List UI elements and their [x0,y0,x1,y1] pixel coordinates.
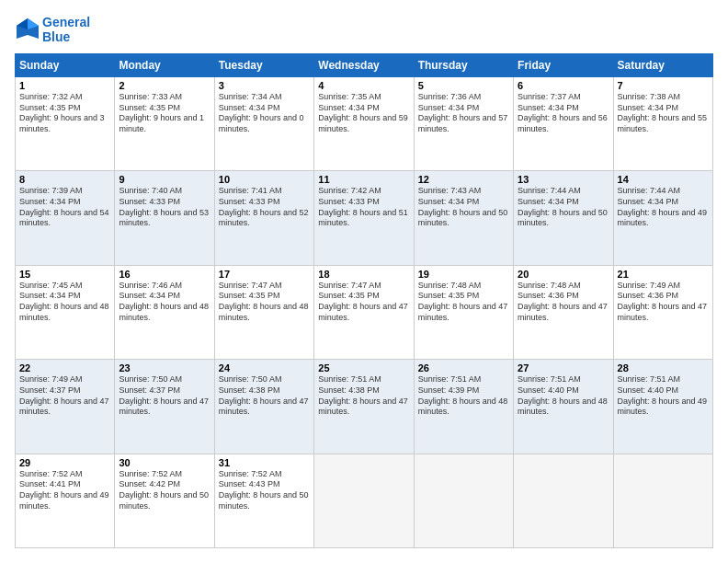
calendar-cell: 19Sunrise: 7:48 AMSunset: 4:35 PMDayligh… [414,265,513,359]
day-number: 21 [618,269,709,280]
day-number: 18 [318,269,409,280]
calendar-cell [613,454,712,547]
day-info: Sunrise: 7:45 AMSunset: 4:34 PMDaylight:… [19,281,110,324]
day-info: Sunrise: 7:48 AMSunset: 4:36 PMDaylight:… [518,281,609,324]
day-header-friday: Friday [514,54,613,77]
calendar-cell: 9Sunrise: 7:40 AMSunset: 4:33 PMDaylight… [115,171,214,265]
day-number: 4 [318,80,409,91]
day-header-monday: Monday [115,54,214,77]
week-row-1: 1Sunrise: 7:32 AMSunset: 4:35 PMDaylight… [16,77,713,171]
calendar-cell: 26Sunrise: 7:51 AMSunset: 4:39 PMDayligh… [414,360,513,454]
calendar-cell: 24Sunrise: 7:50 AMSunset: 4:38 PMDayligh… [214,360,313,454]
day-info: Sunrise: 7:37 AMSunset: 4:34 PMDaylight:… [518,92,609,135]
day-info: Sunrise: 7:47 AMSunset: 4:35 PMDaylight:… [318,281,409,324]
calendar-cell: 21Sunrise: 7:49 AMSunset: 4:36 PMDayligh… [613,265,712,359]
day-info: Sunrise: 7:33 AMSunset: 4:35 PMDaylight:… [119,92,210,135]
day-number: 17 [219,269,310,280]
day-info: Sunrise: 7:39 AMSunset: 4:34 PMDaylight:… [19,186,110,229]
day-number: 5 [418,80,509,91]
calendar-cell: 18Sunrise: 7:47 AMSunset: 4:35 PMDayligh… [314,265,414,359]
calendar-cell [514,454,613,547]
week-row-5: 29Sunrise: 7:52 AMSunset: 4:41 PMDayligh… [16,454,713,547]
calendar-cell: 29Sunrise: 7:52 AMSunset: 4:41 PMDayligh… [16,454,115,547]
calendar-cell: 5Sunrise: 7:36 AMSunset: 4:34 PMDaylight… [414,77,513,171]
day-info: Sunrise: 7:46 AMSunset: 4:34 PMDaylight:… [119,281,210,324]
day-info: Sunrise: 7:47 AMSunset: 4:35 PMDaylight:… [219,281,310,324]
day-number: 27 [518,362,609,373]
day-info: Sunrise: 7:52 AMSunset: 4:42 PMDaylight:… [119,469,210,512]
day-number: 12 [418,174,509,185]
day-header-sunday: Sunday [16,54,115,77]
day-number: 31 [219,457,310,468]
day-info: Sunrise: 7:50 AMSunset: 4:37 PMDaylight:… [119,374,210,418]
calendar-cell: 16Sunrise: 7:46 AMSunset: 4:34 PMDayligh… [115,265,214,359]
day-info: Sunrise: 7:44 AMSunset: 4:34 PMDaylight:… [618,186,709,229]
day-number: 7 [618,80,709,91]
day-number: 25 [318,362,409,373]
calendar-cell: 31Sunrise: 7:52 AMSunset: 4:43 PMDayligh… [214,454,313,547]
day-info: Sunrise: 7:51 AMSunset: 4:39 PMDaylight:… [418,374,509,418]
day-number: 13 [518,174,609,185]
calendar-cell: 20Sunrise: 7:48 AMSunset: 4:36 PMDayligh… [514,265,613,359]
calendar-cell [414,454,513,547]
day-info: Sunrise: 7:34 AMSunset: 4:34 PMDaylight:… [219,92,310,135]
day-number: 19 [418,269,509,280]
day-info: Sunrise: 7:52 AMSunset: 4:41 PMDaylight:… [19,469,110,512]
day-info: Sunrise: 7:44 AMSunset: 4:34 PMDaylight:… [518,186,609,229]
calendar-table: SundayMondayTuesdayWednesdayThursdayFrid… [15,53,713,548]
calendar-cell: 12Sunrise: 7:43 AMSunset: 4:34 PMDayligh… [414,171,513,265]
day-number: 1 [19,80,110,91]
day-number: 29 [19,457,110,468]
day-number: 24 [219,362,310,373]
calendar-cell: 13Sunrise: 7:44 AMSunset: 4:34 PMDayligh… [514,171,613,265]
day-number: 14 [618,174,709,185]
day-info: Sunrise: 7:50 AMSunset: 4:38 PMDaylight:… [219,374,310,418]
day-info: Sunrise: 7:49 AMSunset: 4:36 PMDaylight:… [618,281,709,324]
calendar-cell: 7Sunrise: 7:38 AMSunset: 4:34 PMDaylight… [613,77,712,171]
day-info: Sunrise: 7:49 AMSunset: 4:37 PMDaylight:… [19,374,110,418]
day-number: 22 [19,362,110,373]
calendar-cell: 8Sunrise: 7:39 AMSunset: 4:34 PMDaylight… [16,171,115,265]
calendar-cell: 2Sunrise: 7:33 AMSunset: 4:35 PMDaylight… [115,77,214,171]
day-number: 9 [119,174,210,185]
calendar-cell: 4Sunrise: 7:35 AMSunset: 4:34 PMDaylight… [314,77,414,171]
day-info: Sunrise: 7:40 AMSunset: 4:33 PMDaylight:… [119,186,210,229]
week-row-2: 8Sunrise: 7:39 AMSunset: 4:34 PMDaylight… [16,171,713,265]
day-header-thursday: Thursday [414,54,513,77]
calendar-cell: 15Sunrise: 7:45 AMSunset: 4:34 PMDayligh… [16,265,115,359]
calendar-cell: 28Sunrise: 7:51 AMSunset: 4:40 PMDayligh… [613,360,712,454]
calendar-cell: 25Sunrise: 7:51 AMSunset: 4:38 PMDayligh… [314,360,414,454]
day-info: Sunrise: 7:32 AMSunset: 4:35 PMDaylight:… [19,92,110,135]
day-number: 16 [119,269,210,280]
day-info: Sunrise: 7:43 AMSunset: 4:34 PMDaylight:… [418,186,509,229]
calendar-cell: 23Sunrise: 7:50 AMSunset: 4:37 PMDayligh… [115,360,214,454]
day-info: Sunrise: 7:42 AMSunset: 4:33 PMDaylight:… [318,186,409,229]
day-number: 28 [618,362,709,373]
day-info: Sunrise: 7:51 AMSunset: 4:40 PMDaylight:… [618,374,709,418]
calendar-cell: 3Sunrise: 7:34 AMSunset: 4:34 PMDaylight… [214,77,313,171]
day-header-tuesday: Tuesday [214,54,313,77]
calendar-cell: 1Sunrise: 7:32 AMSunset: 4:35 PMDaylight… [16,77,115,171]
day-number: 30 [119,457,210,468]
day-info: Sunrise: 7:48 AMSunset: 4:35 PMDaylight:… [418,281,509,324]
day-number: 2 [119,80,210,91]
day-number: 11 [318,174,409,185]
calendar-cell: 14Sunrise: 7:44 AMSunset: 4:34 PMDayligh… [613,171,712,265]
calendar-cell: 22Sunrise: 7:49 AMSunset: 4:37 PMDayligh… [16,360,115,454]
calendar-cell: 17Sunrise: 7:47 AMSunset: 4:35 PMDayligh… [214,265,313,359]
logo-icon [15,17,40,42]
page: General Blue SundayMondayTuesdayWednesda… [0,0,728,563]
day-number: 6 [518,80,609,91]
day-info: Sunrise: 7:52 AMSunset: 4:43 PMDaylight:… [219,469,310,512]
day-header-saturday: Saturday [613,54,712,77]
calendar-cell: 30Sunrise: 7:52 AMSunset: 4:42 PMDayligh… [115,454,214,547]
day-number: 10 [219,174,310,185]
day-info: Sunrise: 7:51 AMSunset: 4:40 PMDaylight:… [518,374,609,418]
calendar-header-row: SundayMondayTuesdayWednesdayThursdayFrid… [16,54,713,77]
day-info: Sunrise: 7:38 AMSunset: 4:34 PMDaylight:… [618,92,709,135]
day-number: 8 [19,174,110,185]
day-info: Sunrise: 7:36 AMSunset: 4:34 PMDaylight:… [418,92,509,135]
calendar-cell [314,454,414,547]
header: General Blue [15,15,713,44]
day-info: Sunrise: 7:51 AMSunset: 4:38 PMDaylight:… [318,374,409,418]
